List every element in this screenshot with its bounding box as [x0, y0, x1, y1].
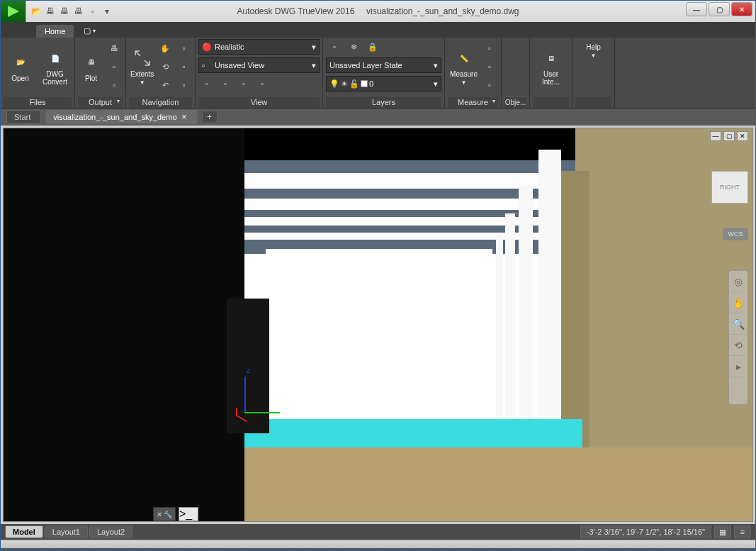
measure-tool-1-icon[interactable]: ▫ [481, 40, 498, 56]
doc-name: visualization_-_sun_and_sky_demo.dwg [366, 6, 519, 16]
document-icon: 📄 [45, 48, 66, 69]
close-tab-icon[interactable]: ✕ [181, 113, 187, 121]
viewport-maximize-icon[interactable]: ▢ [723, 131, 735, 141]
viewport-close-icon[interactable]: ✕ [737, 131, 748, 141]
view-tool-3-icon[interactable]: ▫ [235, 76, 252, 91]
drawing-viewport[interactable]: — ▢ ✕ RIGHT WCS ◎ ✋ 🔍 ⟲ ▸ [3, 128, 753, 522]
nav-icon-2[interactable]: ▫ [175, 59, 192, 74]
layer-state-dropdown[interactable]: Unsaved Layer State▾ [326, 57, 441, 73]
steering-wheel-icon[interactable]: ◎ [729, 271, 747, 292]
measure-btn-label: Measure [450, 70, 478, 78]
extents-button[interactable]: Extents ▼ [129, 39, 155, 94]
panel-help-label [575, 96, 611, 108]
user-interface-button[interactable]: 🖥 User Inte... [533, 39, 569, 94]
status-customize-icon[interactable]: ≡ [734, 525, 751, 538]
title-bar: 📂 🖶 🖶 🖶 ▫ ▾ Autodesk DWG TrueView 2016 v… [1, 1, 755, 22]
layout-tab-model[interactable]: Model [5, 525, 43, 538]
application-menu-button[interactable] [1, 1, 26, 22]
bulb-icon: 💡 [329, 79, 339, 89]
open-button[interactable]: 📂 Open [4, 39, 37, 94]
printer-icon: 🖶 [81, 52, 102, 73]
help-button[interactable]: Help ▼ [575, 39, 611, 94]
window-controls: — ▢ ✕ [686, 2, 752, 16]
orbit-icon[interactable]: ⟲ [157, 59, 174, 74]
screens-icon: 🖥 [541, 48, 562, 69]
sun-icon: ☀ [341, 79, 348, 89]
ribbon-tab-row: Home ▢ ▾ [1, 22, 755, 38]
dwg-convert-button[interactable]: 📄 DWG Convert [38, 39, 72, 94]
panel-nav-label: Navigation [129, 96, 192, 108]
plot-icon[interactable]: 🖶 [59, 6, 70, 17]
page-setup-icon[interactable]: ▫ [106, 59, 123, 74]
window-title: Autodesk DWG TrueView 2016 visualization… [1, 6, 755, 16]
maximize-button[interactable]: ▢ [709, 2, 730, 16]
tab-home[interactable]: Home [36, 25, 74, 38]
layer-state-value: Unsaved Layer State [329, 61, 402, 69]
viewcube[interactable]: RIGHT [711, 171, 748, 204]
measure-tool-2-icon[interactable]: ▫ [481, 59, 498, 74]
panel-measure: 📏 Measure ▼ ▫ ▫ ▫ Measure▾ [445, 38, 502, 108]
export-icon[interactable]: ▫ [106, 77, 123, 93]
chevron-down-icon: ▼ [461, 79, 467, 86]
ucs-x-axis [244, 412, 280, 413]
plot-button[interactable]: 🖶 Plot [78, 39, 104, 94]
zoom-tool-icon[interactable]: 🔍 [729, 313, 747, 335]
chevron-down-icon: ▼ [591, 52, 597, 59]
visual-style-dropdown[interactable]: 🔴Realistic▾ [198, 39, 320, 55]
file-tabs: Start visualization_-_sun_and_sky_demo✕ … [1, 108, 755, 126]
tab-add[interactable]: ▢ ▾ [77, 24, 103, 38]
nav-icon-1[interactable]: ▫ [175, 40, 192, 56]
pan-tool-icon[interactable]: ✋ [729, 292, 747, 313]
file-tab-doc[interactable]: visualization_-_sun_and_sky_demo✕ [45, 110, 197, 124]
navigation-bar: ◎ ✋ 🔍 ⟲ ▸ [728, 270, 748, 405]
scene-3d [4, 128, 752, 521]
open-icon[interactable]: 📂 [30, 6, 42, 17]
close-button[interactable]: ✕ [731, 2, 752, 16]
command-input[interactable]: >_ [179, 507, 198, 521]
nav-icon-3[interactable]: ▫ [175, 77, 192, 93]
ucs-z-axis [244, 377, 246, 412]
quick-access-toolbar: 📂 🖶 🖶 🖶 ▫ ▾ [30, 6, 113, 17]
zoom-back-icon[interactable]: ↶ [157, 77, 174, 93]
chevron-down-icon: ▾ [434, 79, 438, 89]
saved-view-dropdown[interactable]: ▫Unsaved View▾ [198, 57, 320, 73]
view-tool-2-icon[interactable]: ▫ [217, 76, 234, 91]
panel-navigation: Extents ▼ ✋ ⟲ ↶ ▫ ▫ ▫ Navigation [126, 38, 196, 108]
new-tab-button[interactable]: + [202, 111, 218, 123]
command-line-handle[interactable]: ✕ 🔧 [153, 507, 176, 521]
view-tool-1-icon[interactable]: ▫ [198, 76, 215, 91]
wcs-badge[interactable]: WCS [723, 228, 748, 240]
measure-tool-3-icon[interactable]: ▫ [481, 77, 498, 93]
batch-plot-icon[interactable]: 🖶 [106, 40, 123, 56]
print-icon[interactable]: 🖶 [73, 6, 84, 17]
panel-ui-label [533, 96, 569, 108]
panel-help: Help ▼ [572, 38, 615, 108]
save-icon[interactable]: 🖶 [45, 6, 56, 17]
file-tab-start[interactable]: Start [6, 110, 41, 124]
ui-label: User Inte... [534, 70, 568, 86]
minimize-button[interactable]: — [686, 2, 707, 16]
layer-freeze-icon[interactable]: ❄ [345, 39, 362, 55]
measure-button[interactable]: 📏 Measure ▼ [448, 39, 480, 94]
showmotion-icon[interactable]: ▸ [729, 356, 747, 377]
panel-ui: 🖥 User Inte... [530, 38, 572, 108]
pan-icon[interactable]: ✋ [157, 40, 174, 56]
layout-tab-2[interactable]: Layout2 [89, 525, 132, 538]
layer-current-dropdown[interactable]: 💡 ☀ 🔓 0 ▾ [326, 76, 441, 91]
extents-label: Extents [130, 70, 154, 78]
qat-dropdown-icon[interactable]: ▾ [101, 6, 113, 17]
layout-tab-1[interactable]: Layout1 [45, 525, 88, 538]
status-grid-icon[interactable]: ▦ [714, 525, 731, 538]
viewport-minimize-icon[interactable]: — [710, 131, 721, 141]
lock-icon: 🔓 [349, 79, 359, 89]
ribbon: 📂 Open 📄 DWG Convert Files 🖶 Plot 🖶 ▫ ▫ … [1, 38, 755, 108]
layer-props-icon[interactable]: ▫ [326, 39, 343, 55]
panel-obj-label[interactable]: Obje... [504, 96, 526, 108]
open-label: Open [11, 74, 28, 82]
view-icon: ▫ [202, 60, 212, 70]
sheet-icon[interactable]: ▫ [87, 6, 98, 17]
view-tool-4-icon[interactable]: ▫ [254, 76, 271, 91]
orbit-tool-icon[interactable]: ⟲ [729, 335, 747, 356]
chevron-down-icon: ▼ [140, 79, 145, 86]
layer-lock-icon[interactable]: 🔒 [364, 39, 381, 55]
